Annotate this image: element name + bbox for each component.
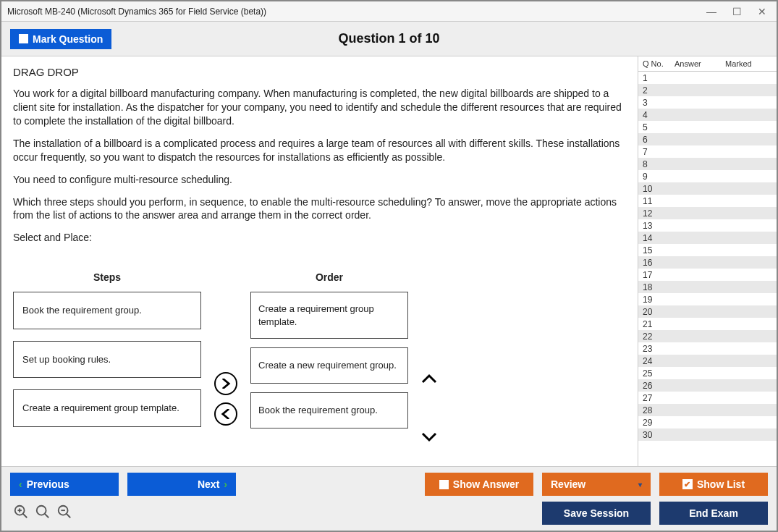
end-exam-button[interactable]: End Exam — [659, 502, 768, 525]
question-number: 24 — [643, 356, 675, 366]
question-row[interactable]: 27 — [638, 392, 777, 404]
col-answer: Answer — [675, 59, 725, 68]
step-card[interactable]: Create a requirement group template. — [13, 389, 201, 427]
question-row[interactable]: 14 — [638, 232, 777, 244]
question-row[interactable]: 9 — [638, 170, 777, 182]
question-number: 29 — [643, 418, 675, 428]
question-number: 25 — [643, 368, 675, 379]
step-card[interactable]: Book the requirement group. — [13, 292, 201, 329]
question-row[interactable]: 1 — [638, 72, 777, 84]
question-row[interactable]: 8 — [638, 158, 777, 170]
move-up-button[interactable] — [421, 371, 437, 390]
question-row[interactable]: 23 — [638, 342, 777, 355]
question-row[interactable]: 5 — [638, 121, 777, 133]
mark-question-button[interactable]: Mark Question — [10, 29, 111, 49]
question-row[interactable]: 24 — [638, 355, 777, 367]
order-header: Order — [250, 271, 408, 284]
order-card-label: Book the requirement group. — [258, 404, 378, 417]
previous-button[interactable]: ‹ Previous — [10, 473, 119, 496]
question-row[interactable]: 3 — [638, 96, 777, 109]
question-row[interactable]: 15 — [638, 244, 777, 256]
question-counter: Question 1 of 10 — [1, 31, 777, 46]
zoom-controls — [10, 504, 72, 523]
show-list-button[interactable]: ✔ Show List — [659, 473, 768, 496]
question-row[interactable]: 30 — [638, 428, 777, 441]
dropdown-icon: ▾ — [638, 481, 642, 489]
move-left-button[interactable] — [214, 402, 237, 426]
move-down-button[interactable] — [421, 428, 437, 447]
question-row[interactable]: 7 — [638, 145, 777, 158]
footer: ‹ Previous Next › Show Answer Review ▾ ✔… — [1, 466, 777, 531]
close-icon[interactable]: ✕ — [758, 6, 766, 17]
svg-line-1 — [23, 513, 28, 518]
order-column: Order Create a requirement group templat… — [250, 271, 408, 437]
question-number: 23 — [643, 344, 675, 354]
question-number: 21 — [643, 319, 675, 329]
question-row[interactable]: 10 — [638, 182, 777, 195]
zoom-in-icon — [13, 504, 29, 520]
question-number: 19 — [643, 295, 675, 305]
question-row[interactable]: 11 — [638, 195, 777, 207]
question-row[interactable]: 26 — [638, 379, 777, 392]
question-list-panel: Q No. Answer Marked 12345678910111213141… — [638, 56, 777, 466]
question-number: 17 — [643, 270, 675, 280]
question-row[interactable]: 18 — [638, 281, 777, 293]
main-row: DRAG DROP You work for a digital billboa… — [1, 56, 777, 466]
minimize-icon[interactable]: — — [706, 6, 716, 17]
titlebar: Microsoft MB-240 (Microsoft Dynamics 365… — [1, 1, 777, 22]
question-row[interactable]: 16 — [638, 256, 777, 269]
drag-drop-area: Steps Book the requirement group. Set up… — [13, 271, 626, 447]
step-card[interactable]: Set up booking rules. — [13, 341, 201, 379]
question-row[interactable]: 2 — [638, 84, 777, 96]
question-row[interactable]: 21 — [638, 318, 777, 330]
chevron-up-icon — [421, 373, 437, 385]
question-text-p1: You work for a digital billboard manufac… — [13, 87, 626, 128]
question-row[interactable]: 25 — [638, 367, 777, 379]
question-row[interactable]: 13 — [638, 219, 777, 232]
question-number: 4 — [643, 110, 675, 120]
question-number: 12 — [643, 208, 675, 219]
question-row[interactable]: 12 — [638, 207, 777, 219]
save-session-button[interactable]: Save Session — [542, 502, 651, 525]
question-number: 7 — [643, 147, 675, 157]
order-card[interactable]: Create a requirement group template. — [250, 292, 408, 339]
move-right-button[interactable] — [214, 372, 237, 395]
move-buttons — [214, 372, 237, 426]
show-list-label: Show List — [697, 478, 745, 490]
next-button[interactable]: Next › — [127, 473, 236, 496]
zoom-reset-button[interactable] — [35, 504, 51, 523]
svg-line-7 — [67, 513, 71, 518]
question-list-header: Q No. Answer Marked — [638, 56, 777, 72]
question-row[interactable]: 22 — [638, 330, 777, 342]
zoom-in-button[interactable] — [13, 504, 29, 523]
footer-row-1: ‹ Previous Next › Show Answer Review ▾ ✔… — [10, 473, 768, 496]
order-card[interactable]: Create a new requirement group. — [250, 347, 408, 384]
question-number: 26 — [643, 381, 675, 391]
zoom-out-button[interactable] — [56, 504, 72, 523]
question-row[interactable]: 20 — [638, 305, 777, 318]
maximize-icon[interactable]: ☐ — [732, 6, 742, 17]
checkbox-icon — [439, 480, 449, 489]
question-row[interactable]: 4 — [638, 109, 777, 121]
question-number: 5 — [643, 122, 675, 132]
question-row[interactable]: 6 — [638, 133, 777, 145]
question-number: 30 — [643, 430, 675, 440]
question-row[interactable]: 19 — [638, 293, 777, 305]
question-number: 14 — [643, 233, 675, 243]
question-row[interactable]: 29 — [638, 416, 777, 428]
question-list[interactable]: 1234567891011121314151617181920212223242… — [638, 72, 777, 466]
footer-row-2: Save Session End Exam — [10, 502, 768, 525]
order-card[interactable]: Book the requirement group. — [250, 392, 408, 428]
order-card-label: Create a requirement group template. — [258, 303, 400, 328]
review-button[interactable]: Review ▾ — [542, 473, 651, 496]
chevron-right-icon: › — [224, 478, 227, 490]
question-row[interactable]: 28 — [638, 404, 777, 416]
steps-header: Steps — [13, 271, 201, 284]
question-pane[interactable]: DRAG DROP You work for a digital billboa… — [1, 56, 638, 466]
step-card-label: Set up booking rules. — [22, 353, 111, 366]
show-answer-button[interactable]: Show Answer — [425, 473, 533, 496]
steps-column: Steps Book the requirement group. Set up… — [13, 271, 201, 439]
question-row[interactable]: 17 — [638, 269, 777, 281]
question-number: 22 — [643, 332, 675, 342]
header: Mark Question Question 1 of 10 — [1, 22, 777, 56]
